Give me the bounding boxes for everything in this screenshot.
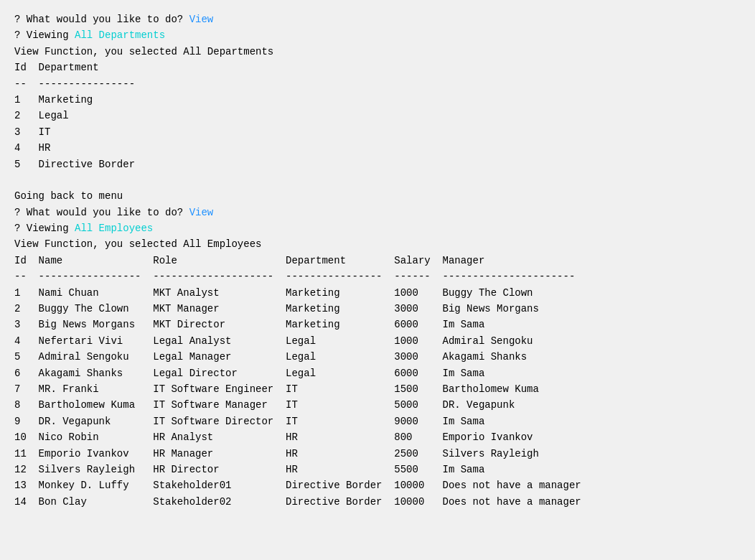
terminal-line: ? What would you like to do? View bbox=[14, 205, 741, 220]
terminal-line: 2 Buggy The Clown MKT Manager Marketing … bbox=[14, 301, 741, 317]
prompt-value: View bbox=[189, 207, 214, 218]
prompt-value: All Departments bbox=[75, 29, 165, 41]
terminal-line: 9 DR. Vegapunk IT Software Director IT 9… bbox=[14, 414, 741, 429]
terminal-line: 14 Bon Clay Stakeholder02 Directive Bord… bbox=[14, 494, 741, 510]
terminal-line: ? Viewing All Employees bbox=[14, 220, 741, 236]
terminal-line: 4 HR bbox=[14, 140, 741, 156]
terminal-line: 11 Emporio Ivankov HR Manager HR 2500 Si… bbox=[14, 446, 741, 462]
terminal-line: 3 IT bbox=[14, 124, 741, 140]
terminal-line: 13 Monkey D. Luffy Stakeholder01 Directi… bbox=[14, 477, 741, 493]
terminal-line: -- ----------------- -------------------… bbox=[14, 269, 741, 284]
prompt-value: All Employees bbox=[75, 223, 153, 234]
terminal-line: -- ---------------- bbox=[14, 76, 741, 92]
terminal-line: ? What would you like to do? View bbox=[14, 11, 741, 27]
terminal-line: 5 Directive Border bbox=[14, 157, 741, 172]
terminal-line: ? Viewing All Departments bbox=[14, 27, 741, 43]
spacer-line bbox=[14, 172, 741, 188]
terminal-line: 7 MR. Franki IT Software Engineer IT 150… bbox=[14, 381, 741, 397]
terminal-line: Going back to menu bbox=[14, 188, 741, 204]
terminal-line: 12 Silvers Rayleigh HR Director HR 5500 … bbox=[14, 462, 741, 477]
terminal-line: 1 Marketing bbox=[14, 92, 741, 108]
terminal-line: View Function, you selected All Departme… bbox=[14, 44, 741, 60]
terminal-line: View Function, you selected All Employee… bbox=[14, 236, 741, 252]
terminal-line: 4 Nefertari Vivi Legal Analyst Legal 100… bbox=[14, 333, 741, 349]
prompt-value: View bbox=[189, 14, 214, 25]
terminal-line: Id Name Role Department Salary Manager bbox=[14, 253, 741, 269]
terminal-line: 3 Big News Morgans MKT Director Marketin… bbox=[14, 317, 741, 332]
terminal-output: ? What would you like to do? View? Viewi… bbox=[14, 11, 741, 510]
terminal-line: 1 Nami Chuan MKT Analyst Marketing 1000 … bbox=[14, 285, 741, 301]
terminal-line: 8 Bartholomew Kuma IT Software Manager I… bbox=[14, 397, 741, 413]
terminal-line: 6 Akagami Shanks Legal Director Legal 60… bbox=[14, 365, 741, 381]
terminal-line: 2 Legal bbox=[14, 108, 741, 123]
terminal-line: 5 Admiral Sengoku Legal Manager Legal 30… bbox=[14, 349, 741, 365]
terminal-line: 10 Nico Robin HR Analyst HR 800 Emporio … bbox=[14, 429, 741, 445]
terminal-line: Id Department bbox=[14, 60, 741, 75]
